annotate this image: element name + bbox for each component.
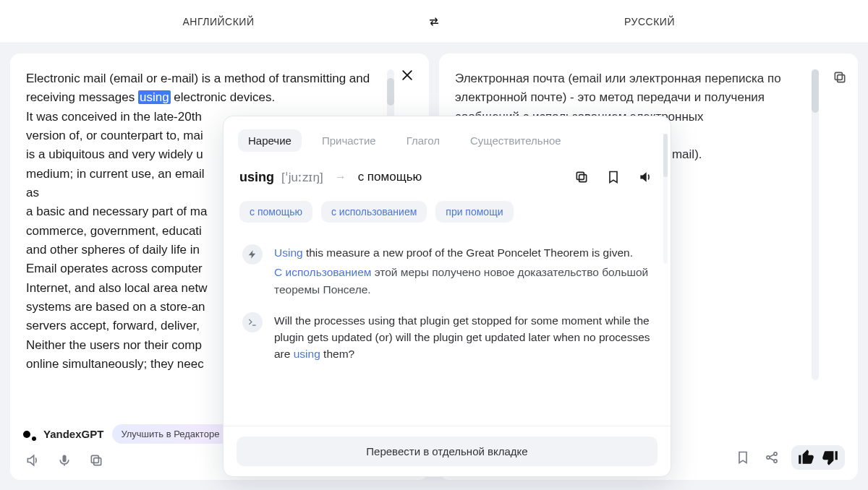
pos-tab-adverb[interactable]: Наречие [238,129,302,152]
clear-source-button[interactable] [397,65,417,85]
open-in-tab-button[interactable]: Перевести в отдельной вкладке [237,437,658,466]
thumbs-up-button[interactable] [797,448,816,467]
source-language-label[interactable]: АНГЛИЙСКИЙ [14,16,422,27]
share-translation-button[interactable] [762,448,781,467]
source-text-segment: electronic devices. [171,90,276,104]
bookmark-translation-button[interactable] [733,448,752,467]
svg-rect-2 [91,455,98,463]
thumbs-up-icon [797,448,816,467]
thumbs-down-button[interactable] [820,448,839,467]
popup-scrollbar[interactable] [663,134,668,264]
copy-icon [574,170,589,184]
yandexgpt-logo [23,429,35,440]
thumbs-down-icon [820,448,839,467]
speak-source-button[interactable] [23,451,42,470]
example-keyword: С использованием [274,266,371,278]
svg-rect-8 [579,175,587,182]
example-text-segment: this measure a new proof of the Great Po… [303,246,633,259]
part-of-speech-tabs: Наречие Причастие Глагол Существительное [224,116,671,160]
scrollbar-thumb[interactable] [812,69,819,113]
scrollbar-thumb[interactable] [387,78,394,106]
feedback-group [791,445,845,470]
bookmark-word-button[interactable] [604,168,623,186]
svg-rect-6 [838,75,845,82]
bookmark-icon [606,170,621,184]
pos-tab-participle[interactable]: Причастие [312,129,386,152]
copy-target-button[interactable] [830,68,849,87]
copy-icon [833,70,847,85]
dictionary-word: using [239,170,274,185]
speaker-icon [25,453,40,468]
example-text-segment: them? [320,348,354,360]
example-source-icon [242,312,263,332]
example-keyword: Using [274,246,303,259]
improve-in-editor-label: Улучшить в Редакторе [121,429,219,439]
share-icon [765,450,779,465]
svg-rect-9 [576,172,584,179]
yandexgpt-label: YandexGPT [43,428,103,440]
translation-chip[interactable]: при помощи [435,201,513,223]
svg-rect-1 [94,458,101,465]
microphone-icon [57,453,72,468]
dictionary-popup: Наречие Причастие Глагол Существительное… [223,116,671,477]
swap-icon [427,15,441,28]
bookmark-icon [736,450,750,465]
pos-tab-verb[interactable]: Глагол [396,129,450,152]
dictionary-translation: с помощью [358,170,422,184]
translation-chip[interactable]: с использованием [321,201,427,223]
copy-source-button[interactable] [87,451,106,470]
examples-list: Using this measure a new proof of the Gr… [224,233,671,426]
target-scrollbar[interactable] [812,69,819,380]
pos-tab-noun[interactable]: Существительное [460,129,571,152]
scrollbar-thumb[interactable] [663,134,668,177]
example-keyword: using [294,348,320,360]
arrow-icon: → [335,171,346,184]
svg-rect-0 [63,455,67,463]
copy-icon [89,453,103,468]
example-source-icon [242,244,263,265]
example-item: Using this measure a new proof of the Gr… [239,237,665,305]
target-language-label[interactable]: РУССКИЙ [446,16,854,27]
highlighted-word[interactable]: using [138,90,171,104]
speaker-icon [638,170,652,184]
play-pronunciation-button[interactable] [636,168,655,186]
microphone-button[interactable] [55,451,74,470]
svg-rect-7 [835,72,842,79]
copy-word-button[interactable] [572,168,591,186]
source-scrollbar[interactable] [387,69,394,120]
dictionary-ipa: [ˈjuːzɪŋ] [281,170,323,185]
translation-chip[interactable]: с помощью [239,201,312,223]
translation-variants: с помощью с использованием при помощи [224,197,671,233]
swap-languages-button[interactable] [422,10,446,33]
example-item: Will the processes using that plugin get… [239,305,665,370]
